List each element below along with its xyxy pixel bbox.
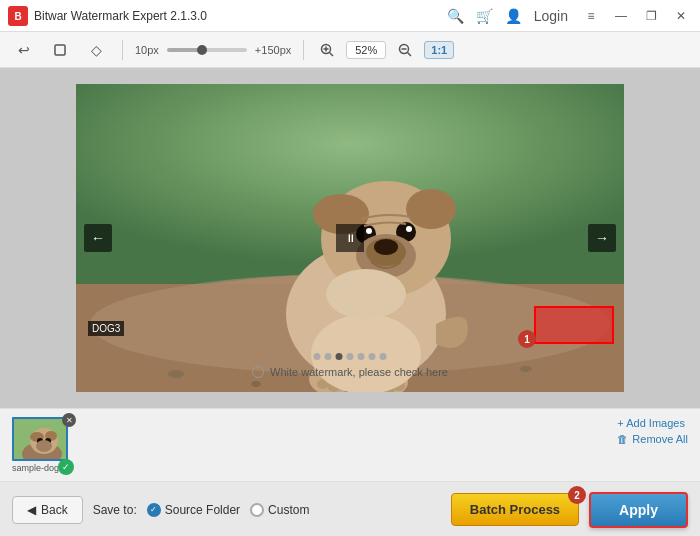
batch-process-button[interactable]: Batch Process 2 (451, 493, 579, 526)
save-to-label: Save to: (93, 503, 137, 517)
nav-left-button[interactable]: ← (84, 224, 112, 252)
svg-line-8 (408, 52, 412, 56)
svg-rect-2 (55, 45, 65, 55)
thumbnail-item[interactable]: ✕ ✓ sample-dog.jpg (12, 417, 72, 473)
pause-button[interactable]: ⏸ (336, 224, 364, 252)
crop-button[interactable] (46, 36, 74, 64)
minimize-button[interactable]: — (610, 5, 632, 27)
brush-button[interactable]: ◇ (82, 36, 110, 64)
size-slider[interactable] (167, 48, 247, 52)
close-button[interactable]: ✕ (670, 5, 692, 27)
svg-point-37 (251, 381, 261, 387)
restore-button[interactable]: ❐ (640, 5, 662, 27)
dog-label: DOG3 (88, 321, 124, 336)
svg-point-20 (366, 228, 372, 234)
thumbnail-check-icon: ✓ (58, 459, 74, 475)
back-toolbar-button[interactable]: ↩ (10, 36, 38, 64)
footer-bar: ◀ Back Save to: ✓ Source Folder Custom B… (0, 481, 700, 536)
back-label: Back (41, 503, 68, 517)
remove-all-label: Remove All (632, 433, 688, 445)
white-watermark-notice: White watermark, please check here (252, 366, 448, 378)
dot-4[interactable] (347, 353, 354, 360)
back-button[interactable]: ◀ Back (12, 496, 83, 524)
svg-point-35 (168, 370, 184, 378)
custom-checkbox[interactable] (250, 503, 264, 517)
app-title: Bitwar Watermark Expert 2.1.3.0 (34, 9, 447, 23)
checkbox-check-icon: ✓ (150, 505, 157, 514)
toolbar: ↩ ◇ 10px +150px 52% 1:1 (0, 32, 700, 68)
source-folder-label: Source Folder (165, 503, 240, 517)
separator-2 (303, 40, 304, 60)
svg-point-24 (374, 239, 398, 255)
badge-2: 2 (568, 486, 586, 504)
zoom-1to1-button[interactable]: 1:1 (424, 41, 454, 59)
search-icon[interactable]: 🔍 (447, 8, 464, 24)
svg-line-4 (330, 52, 334, 56)
notice-circle-icon (252, 366, 264, 378)
svg-point-36 (520, 366, 532, 372)
separator-1 (122, 40, 123, 60)
zoom-value: 52% (346, 41, 386, 59)
login-button[interactable]: Login (534, 8, 568, 24)
slider-thumb (197, 45, 207, 55)
min-label: 10px (135, 44, 159, 56)
apply-button[interactable]: Apply (589, 492, 688, 528)
svg-point-21 (406, 226, 412, 232)
remove-all-button[interactable]: 🗑 Remove All (617, 433, 688, 445)
custom-option[interactable]: Custom (250, 503, 309, 517)
svg-point-45 (36, 440, 52, 452)
zoom-in-button[interactable] (316, 39, 338, 61)
window-controls: ≡ — ❐ ✕ (580, 5, 692, 27)
source-folder-option[interactable]: ✓ Source Folder (147, 503, 240, 517)
right-actions: + Add Images 🗑 Remove All (617, 417, 688, 445)
thumbnail-image (12, 417, 68, 461)
svg-point-17 (406, 189, 456, 229)
dot-3[interactable] (336, 353, 343, 360)
main-image-area: ← → ⏸ DOG3 1 White watermark, please che… (0, 68, 700, 408)
menu-button[interactable]: ≡ (580, 5, 602, 27)
dot-7[interactable] (380, 353, 387, 360)
thumbnail-row: ✕ ✓ sample-dog.jpg + Add Images (0, 409, 700, 481)
custom-label: Custom (268, 503, 309, 517)
notice-text: White watermark, please check here (270, 366, 448, 378)
dot-5[interactable] (358, 353, 365, 360)
max-label: +150px (255, 44, 291, 56)
svg-point-34 (326, 269, 406, 319)
dot-2[interactable] (325, 353, 332, 360)
dots-indicator (314, 353, 387, 360)
zoom-out-button[interactable] (394, 39, 416, 61)
cart-icon[interactable]: 🛒 (476, 8, 493, 24)
watermark-highlight (534, 306, 614, 344)
thumbnail-close-button[interactable]: ✕ (62, 413, 76, 427)
nav-right-button[interactable]: → (588, 224, 616, 252)
trash-icon: 🗑 (617, 433, 628, 445)
add-images-button[interactable]: + Add Images (617, 417, 688, 429)
title-bar: B Bitwar Watermark Expert 2.1.3.0 🔍 🛒 👤 … (0, 0, 700, 32)
svg-text:B: B (14, 11, 21, 22)
badge-1: 1 (518, 330, 536, 348)
dot-1[interactable] (314, 353, 321, 360)
bottom-panel: ✕ ✓ sample-dog.jpg + Add Images (0, 408, 700, 536)
title-bar-actions: 🔍 🛒 👤 Login (447, 8, 568, 24)
app-logo: B (8, 6, 28, 26)
slider-group (167, 48, 247, 52)
back-arrow-icon: ◀ (27, 503, 36, 517)
user-icon[interactable]: 👤 (505, 8, 522, 24)
dot-6[interactable] (369, 353, 376, 360)
batch-process-label: Batch Process (470, 502, 560, 517)
image-container: ← → ⏸ DOG3 1 White watermark, please che… (76, 84, 624, 392)
source-folder-checkbox[interactable]: ✓ (147, 503, 161, 517)
